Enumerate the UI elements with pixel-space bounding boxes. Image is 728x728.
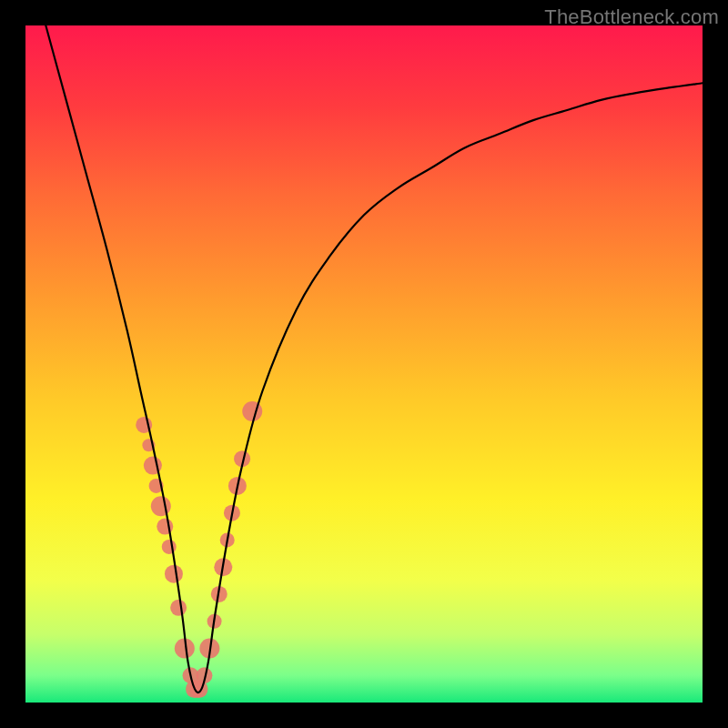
scatter-point (165, 565, 183, 583)
watermark-text: TheBottleneck.com (544, 5, 719, 29)
chart-svg (25, 25, 703, 703)
scatter-points-group (136, 401, 262, 698)
scatter-point (151, 496, 171, 516)
scatter-point (170, 600, 187, 616)
scatter-point (242, 401, 262, 421)
scatter-point (162, 540, 177, 554)
chart-frame: TheBottleneck.com (0, 0, 728, 728)
bottleneck-curve (46, 25, 703, 693)
